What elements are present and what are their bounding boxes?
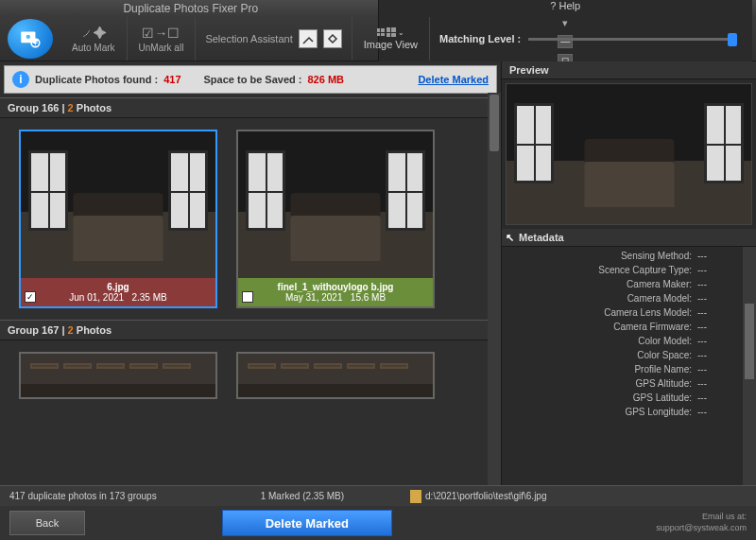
auto-mark-button[interactable]: ⟋✦ Auto Mark: [60, 17, 128, 61]
matching-level-slider[interactable]: [528, 38, 737, 41]
metadata-key: GPS Longitude:: [509, 407, 697, 417]
metadata-row: GPS Latitude:---: [502, 391, 743, 405]
unmark-all-button[interactable]: ☑→☐ UnMark all: [128, 17, 197, 61]
status-path: d:\2021\portfolio\test\gif\6.jpg: [425, 491, 546, 501]
metadata-value: ---: [697, 293, 735, 304]
file-name: 6.jpg: [107, 282, 129, 292]
email-label: Email us at:: [656, 512, 747, 523]
metadata-value: ---: [697, 251, 735, 261]
svg-point-1: [26, 35, 30, 39]
email-info: Email us at: support@systweak.com: [656, 512, 747, 533]
info-icon: i: [12, 71, 29, 88]
metadata-row: Scence Capture Type:---: [502, 263, 743, 277]
thumbnail-checkbox[interactable]: [242, 291, 253, 303]
group-166-count: 2: [68, 102, 74, 113]
metadata-value: ---: [697, 265, 735, 275]
group-166-name: Group 166 |: [8, 102, 65, 113]
space-label: Space to be Saved :: [204, 74, 302, 85]
thumbnail-card[interactable]: [236, 352, 435, 399]
grid-large-icon: [387, 27, 396, 37]
slider-thumb[interactable]: [728, 33, 737, 46]
metadata-key: Color Model:: [509, 336, 697, 346]
file-size: 15.6 MB: [351, 292, 386, 303]
preview-image: [506, 83, 752, 225]
metadata-key: Sensing Method:: [509, 251, 697, 261]
selection-assistant-group: Selection Assistant: [196, 17, 352, 61]
dup-count-label: Duplicate Photos found :: [35, 74, 158, 85]
checkbox-arrow-icon: ☑→☐: [142, 26, 180, 41]
metadata-row: Camera Firmware:---: [502, 320, 743, 334]
thumbnail-image: [21, 354, 215, 397]
group-166-suffix: Photos: [77, 102, 112, 113]
metadata-scrollbar[interactable]: [743, 247, 756, 485]
metadata-row: Color Model:---: [502, 334, 743, 348]
app-logo: [8, 19, 53, 59]
metadata-key: Camera Lens Model:: [509, 307, 697, 318]
preview-panel: Preview ↖ Metadata Sensing Method:---Sce…: [501, 61, 756, 485]
metadata-header-label: Metadata: [519, 232, 564, 243]
group-167-count: 2: [68, 324, 74, 336]
image-view-button[interactable]: ⌄ Image View: [352, 17, 430, 61]
metadata-key: Scence Capture Type:: [509, 265, 697, 275]
status-bar: 417 duplicate photos in 173 groups 1 Mar…: [0, 485, 756, 506]
thumbnail-checkbox[interactable]: ✓: [25, 291, 36, 303]
thumbnail-card[interactable]: [19, 352, 217, 399]
metadata-row: Camera Lens Model:---: [502, 305, 743, 320]
thumbnail-card[interactable]: finel_1_withouylogo b.jpg May 31, 2021 1…: [236, 130, 435, 308]
delete-marked-button[interactable]: Delete Marked: [222, 510, 392, 536]
file-size: 2.35 MB: [131, 292, 166, 303]
matching-level-group: Matching Level :: [430, 33, 756, 44]
metadata-key: Camera Model:: [509, 293, 697, 304]
status-marked: 1 Marked (2.35 MB): [261, 491, 344, 501]
metadata-value: ---: [697, 307, 735, 318]
metadata-key: Profile Name:: [509, 364, 697, 375]
file-date: May 31, 2021: [285, 292, 343, 303]
metadata-value: ---: [697, 378, 735, 389]
metadata-row: Camera Maker:---: [502, 277, 743, 291]
metadata-row: Profile Name:---: [502, 362, 743, 376]
metadata-value: ---: [697, 336, 735, 346]
image-view-label: Image View: [364, 39, 418, 50]
metadata-value: ---: [697, 279, 735, 289]
thumbnail-image: [21, 131, 215, 278]
help-link[interactable]: ? Help: [550, 0, 580, 11]
metadata-key: GPS Altitude:: [509, 378, 697, 389]
selection-tool-1-button[interactable]: [299, 29, 318, 48]
matching-level-label: Matching Level :: [439, 33, 521, 44]
grid-small-icon: [377, 28, 385, 36]
file-date: Jun 01, 2021: [69, 292, 124, 303]
file-name: finel_1_withouylogo b.jpg: [278, 282, 394, 292]
metadata-value: ---: [697, 392, 735, 403]
results-scrollbar[interactable]: [488, 93, 501, 485]
thumbnail-meta: finel_1_withouylogo b.jpg May 31, 2021 1…: [238, 278, 433, 306]
wand-icon: ⟋✦: [80, 26, 107, 41]
help-dropdown-arrow[interactable]: ▾: [562, 17, 568, 29]
back-button[interactable]: Back: [9, 511, 85, 535]
metadata-key: Camera Firmware:: [509, 322, 697, 332]
metadata-row: Sensing Method:---: [502, 249, 743, 263]
thumbnail-card-selected[interactable]: 6.jpg Jun 01, 2021 2.35 MB ✓: [19, 130, 217, 308]
app-title: Duplicate Photos Fixer Pro: [4, 2, 378, 15]
metadata-row: Camera Model:---: [502, 291, 743, 305]
group-header-167: Group 167 | 2 Photos: [0, 320, 501, 340]
preview-header: Preview: [502, 61, 756, 79]
metadata-list[interactable]: Sensing Method:---Scence Capture Type:--…: [502, 247, 743, 485]
metadata-value: ---: [697, 350, 735, 360]
metadata-key: Camera Maker:: [509, 279, 697, 289]
delete-marked-link[interactable]: Delete Marked: [418, 74, 489, 85]
metadata-header: ↖ Metadata: [502, 229, 756, 247]
selection-tool-2-button[interactable]: [323, 29, 342, 48]
cursor-icon: ↖: [506, 232, 514, 244]
metadata-value: ---: [697, 364, 735, 375]
space-value: 826 MB: [307, 74, 344, 85]
results-list[interactable]: Group 166 | 2 Photos 6.jpg Jun 01, 2021 …: [0, 97, 501, 485]
title-bar: Duplicate Photos Fixer Pro ▾ ⚙ Settings …: [0, 0, 756, 17]
bottom-bar: Back Delete Marked Email us at: support@…: [0, 506, 756, 540]
selection-assistant-label: Selection Assistant: [205, 33, 292, 44]
metadata-value: ---: [697, 322, 735, 332]
status-summary: 417 duplicate photos in 173 groups: [9, 491, 157, 501]
unmark-all-label: UnMark all: [139, 43, 184, 53]
email-address[interactable]: support@systweak.com: [656, 523, 747, 534]
metadata-key: GPS Latitude:: [509, 392, 697, 403]
metadata-row: Color Space:---: [502, 348, 743, 362]
